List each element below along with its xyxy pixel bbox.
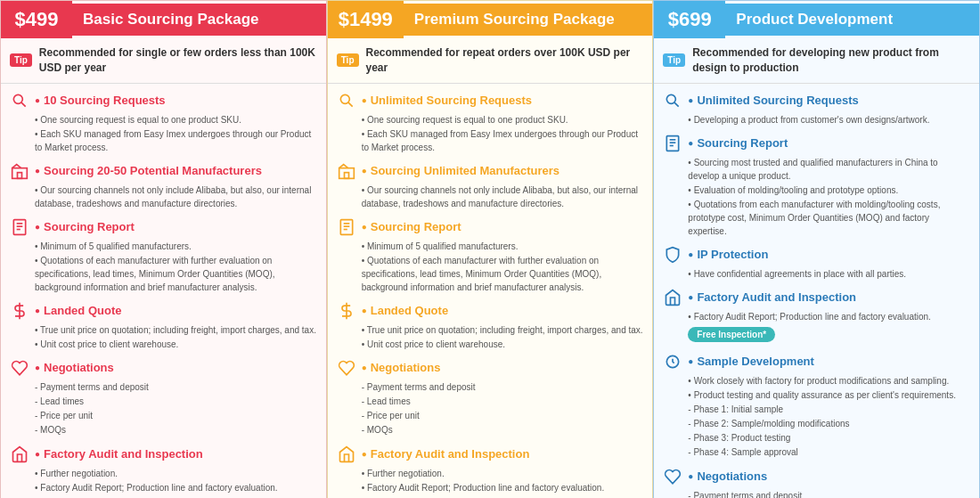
- dollar-icon: [337, 301, 356, 321]
- feature-item: ●NegotiationsPayment terms and depositLe…: [337, 358, 644, 437]
- feature-bullet-text: Each SKU managed from Easy Imex undergoe…: [35, 127, 317, 154]
- svg-rect-13: [344, 172, 348, 178]
- tip-text: Recommended for single or few orders les…: [39, 45, 317, 76]
- feature-item: ●NegotiationsPayment terms and depositLe…: [10, 358, 317, 437]
- feature-bullet-text: Unit cost price to client warehouse.: [362, 338, 644, 351]
- feature-item: ●Factory Audit and InspectionFurther neg…: [337, 445, 644, 498]
- feature-name: Landed Quote: [44, 304, 121, 317]
- feature-bullet-text: Unit cost price to client warehouse.: [35, 338, 317, 351]
- feature-bullet-text: One sourcing request is equal to one pro…: [35, 113, 317, 127]
- tip-label: Tip: [663, 53, 685, 67]
- feature-bullet-text: Our sourcing channels not only include A…: [35, 184, 317, 210]
- feature-name: Negotiations: [697, 469, 767, 483]
- feature-title-row: ●Landed Quote: [10, 301, 317, 321]
- feature-name: Sourcing Report: [697, 136, 788, 150]
- feature-item: ●Sourcing ReportMinimum of 5 qualified m…: [10, 217, 317, 294]
- feature-bullet: ●: [362, 363, 367, 372]
- report-icon: [663, 134, 682, 153]
- feature-bullet: ●: [35, 95, 40, 105]
- feature-description: Minimum of 5 qualified manufacturers.Quo…: [337, 240, 644, 294]
- handshake-icon: [663, 467, 682, 486]
- premium-header: $1499Premium Sourcing Package: [328, 1, 653, 38]
- dev-title: Product Development: [725, 4, 979, 36]
- feature-name: Unlimited Sourcing Requests: [371, 94, 532, 107]
- dev-header: $699Product Development: [654, 1, 979, 38]
- feature-name: Landed Quote: [371, 304, 448, 317]
- feature-name: Sample Development: [697, 355, 814, 368]
- feature-item: ●Factory Audit and InspectionFurther neg…: [10, 445, 317, 498]
- sub-item: Payment terms and deposit: [362, 380, 644, 395]
- feature-bullet-text: Developing a product from customer's own…: [688, 113, 970, 127]
- svg-line-1: [21, 102, 26, 107]
- feature-bullet: ●: [35, 222, 40, 232]
- premium-content: ●Unlimited Sourcing RequestsOne sourcing…: [328, 84, 653, 498]
- report-icon: [337, 217, 356, 237]
- feature-description: Further negotiation.Factory Audit Report…: [337, 467, 644, 494]
- feature-name: Sourcing Report: [371, 220, 461, 233]
- feature-name: 10 Sourcing Requests: [44, 94, 166, 107]
- column-dev: $699Product DevelopmentTipRecommended fo…: [653, 0, 980, 498]
- sub-item: Lead times: [362, 395, 644, 409]
- feature-bullet: ●: [362, 306, 367, 315]
- svg-point-0: [13, 94, 22, 103]
- premium-title: Premium Sourcing Package: [404, 4, 652, 36]
- feature-description: Factory Audit Report; Production line an…: [663, 310, 970, 323]
- feature-bullet-text: Further negotiation.: [35, 467, 317, 480]
- feature-description: True unit price on quotation; including …: [337, 323, 644, 351]
- feature-title-row: ●Negotiations: [663, 467, 970, 486]
- feature-sub-list: Payment terms and depositLead timesPrice…: [663, 489, 970, 498]
- feature-description: Developing a product from customer's own…: [663, 113, 970, 127]
- feature-bullet-text: Minimum of 5 qualified manufacturers.: [35, 240, 317, 253]
- feature-bullet-text: True unit price on quotation; including …: [35, 323, 317, 337]
- dev-tip-bar: TipRecommended for developing new produc…: [654, 38, 979, 84]
- feature-bullet-text: Product testing and quality assurance as…: [688, 388, 970, 402]
- sample-icon: [663, 352, 682, 371]
- feature-item: ●Sourcing ReportSourcing most trusted an…: [663, 134, 970, 238]
- feature-name: Negotiations: [371, 361, 441, 374]
- svg-line-21: [674, 102, 679, 107]
- feature-bullet-text: Further negotiation.: [362, 467, 644, 480]
- inspection-badge[interactable]: Free Inspection*: [688, 327, 775, 342]
- shield-icon: [663, 245, 682, 265]
- search-icon: [10, 91, 29, 110]
- feature-title-row: ●Sample Development: [663, 352, 970, 371]
- sub-item: Price per unit: [35, 409, 317, 423]
- feature-name: Factory Audit and Inspection: [697, 290, 856, 304]
- feature-bullet: ●: [688, 292, 693, 302]
- feature-bullet-text: Quotations from each manufacturer with m…: [688, 198, 970, 238]
- feature-title-row: ●Sourcing Report: [663, 134, 970, 153]
- column-basic: $499Basic Sourcing PackageTipRecommended…: [0, 0, 327, 498]
- handshake-icon: [10, 358, 29, 378]
- factory-icon: [337, 161, 356, 181]
- feature-title-row: ●Sourcing Unlimited Manufacturers: [337, 161, 644, 181]
- basic-title: Basic Sourcing Package: [72, 4, 326, 36]
- feature-description: One sourcing request is equal to one pro…: [10, 113, 317, 154]
- feature-bullet: ●: [688, 356, 693, 366]
- feature-item: ●IP ProtectionHave confidential agreemen…: [663, 245, 970, 281]
- feature-bullet-text: Quotations of each manufacturer with fur…: [35, 254, 317, 294]
- factory2-icon: [10, 445, 29, 464]
- feature-item: ●Unlimited Sourcing RequestsDeveloping a…: [663, 91, 970, 127]
- feature-bullet: ●: [35, 306, 40, 315]
- feature-bullet-text: Each SKU managed from Easy Imex undergoe…: [362, 127, 644, 154]
- sub-item: Price per unit: [362, 409, 644, 423]
- feature-title-row: ●Unlimited Sourcing Requests: [337, 91, 644, 110]
- feature-bullet: ●: [362, 95, 367, 105]
- search-icon: [663, 91, 682, 110]
- premium-price: $1499: [328, 1, 404, 38]
- feature-item: ●Landed QuoteTrue unit price on quotatio…: [10, 301, 317, 351]
- feature-bullet-text: True unit price on quotation; including …: [362, 323, 644, 337]
- svg-point-20: [667, 94, 676, 103]
- feature-title-row: ●Negotiations: [337, 358, 644, 378]
- tip-label: Tip: [337, 53, 359, 67]
- feature-item: ●NegotiationsPayment terms and depositLe…: [663, 467, 970, 498]
- pricing-container: $499Basic Sourcing PackageTipRecommended…: [0, 0, 980, 498]
- basic-header: $499Basic Sourcing Package: [1, 1, 326, 38]
- feature-bullet: ●: [362, 449, 367, 459]
- sub-item: Lead times: [35, 395, 317, 409]
- feature-title-row: ●Factory Audit and Inspection: [337, 445, 644, 464]
- feature-bullet: ●: [688, 138, 693, 148]
- feature-bullet: ●: [362, 166, 367, 176]
- feature-title-row: ●Landed Quote: [337, 301, 644, 321]
- report-icon: [10, 217, 29, 237]
